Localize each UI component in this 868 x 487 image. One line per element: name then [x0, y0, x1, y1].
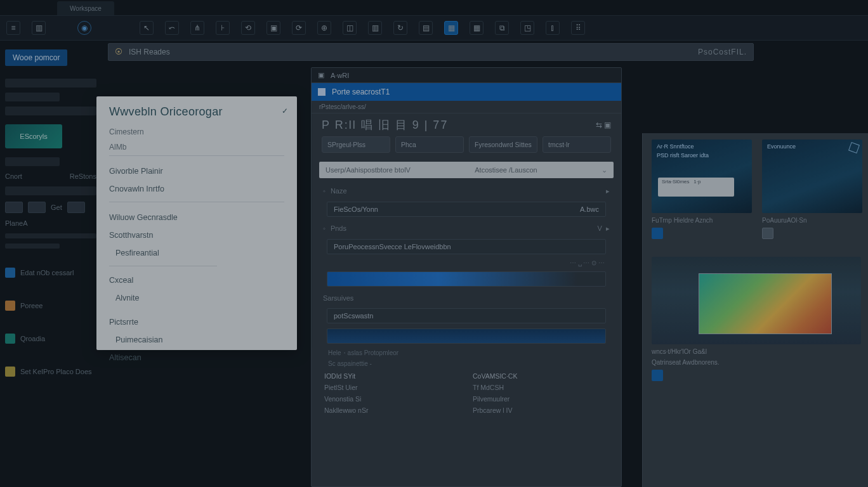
dialog-titlebar[interactable]: Porte seacrostT1 — [312, 83, 621, 101]
refresh-icon[interactable]: ⟳ — [292, 21, 306, 35]
app-tab[interactable]: Workspace — [57, 1, 114, 15]
dialog-tab[interactable]: ▣ — [318, 71, 324, 79]
addr-prefix-icon: ⦿ — [115, 48, 122, 56]
menu-icon[interactable]: ≡ — [6, 21, 20, 35]
square-icon — [5, 334, 15, 344]
settings-icon[interactable]: ⠿ — [571, 21, 585, 35]
grid-active-icon[interactable]: ▦ — [444, 21, 458, 35]
tile-icon — [28, 202, 46, 213]
sidebar-item[interactable]: Edat nOb cessarl — [5, 268, 96, 278]
col-heading: CoVAMSIC·CK — [473, 372, 608, 380]
text-field[interactable]: potScswastn — [327, 308, 606, 323]
text-field[interactable]: FieScOs/YonnA.bwc — [327, 202, 606, 217]
dropdown-item[interactable]: Alvnite — [109, 289, 284, 307]
preview-caption: wncs·t/Hkr'lOr Ga&l — [652, 348, 859, 355]
sidebar-item[interactable]: Qroadia — [5, 334, 96, 344]
record-icon[interactable]: ◉ — [77, 21, 91, 35]
col-value: Venonstia Si — [324, 395, 460, 403]
filter-pill[interactable]: Phca — [395, 136, 464, 153]
chevron-down-icon[interactable]: ⌄ — [602, 166, 607, 174]
dropdown-item[interactable]: Cxceal — [109, 271, 284, 289]
columns-icon[interactable]: ▥ — [368, 21, 382, 35]
preset-card[interactable]: EScoryls — [5, 124, 62, 148]
panel-icon[interactable]: ▥ — [32, 21, 46, 35]
dropdown-item[interactable]: Wiluow Gecnrasdle — [109, 209, 284, 226]
sidebar-item[interactable]: Set KeIPro Placo Does — [5, 367, 96, 377]
hint-text: ⋯ ␣ ⋯ ⊙ ⋯ — [328, 259, 605, 266]
sidebar-row[interactable]: CnortReStons — [5, 172, 96, 180]
dropdown-item[interactable]: Altisecan — [109, 349, 284, 367]
link-icon[interactable]: ⧉ — [495, 21, 509, 35]
check-icon: ✓ — [282, 107, 288, 115]
thumb-tag: Evonuunce — [767, 143, 796, 150]
filter-pill[interactable]: tmcst·lr — [542, 136, 611, 153]
dropdown-item[interactable]: Scotthvarstn — [109, 226, 284, 244]
section-label: Sarsuives — [312, 292, 621, 303]
dropdown-group: AlMb — [109, 143, 284, 152]
reload-icon[interactable]: ↻ — [393, 21, 407, 35]
toolstrip-toggle-icon[interactable]: ⇆ ▣ — [596, 120, 611, 129]
text-field[interactable]: PoruPeocessnSvecce LeFlovweidbbn — [327, 239, 606, 254]
dropdown-item[interactable]: Cnovawln Inrtfo — [109, 180, 284, 198]
section-label: ◦Naze▸ — [312, 185, 621, 197]
dropdown-item[interactable]: Givorble Plainir — [109, 162, 284, 180]
dialog-breadcrumb: rPstesc/arlve-ss/ — [312, 101, 621, 114]
stub-line — [5, 157, 60, 166]
thumb-note: Srta·Sl0mes 1·p — [658, 178, 734, 197]
sidebar-row[interactable]: Get — [5, 202, 96, 213]
corner-icon — [848, 142, 860, 153]
hint-text: Sc aspainettie - — [328, 360, 605, 367]
addr-right: PsoCostFIL. — [698, 48, 747, 56]
main-toolbar: ≡ ▥ ◉ ↖ ⤺ ⋔ ⊦ ⟲ ▣ ⟳ ⊕ ◫ ▥ ↻ ▤ ▦ ▦ ⧉ ◳ ⫿ … — [0, 15, 868, 41]
sidebar-item[interactable]: Poreee — [5, 301, 96, 311]
tool-a-icon[interactable]: ⋔ — [190, 21, 204, 35]
thumbnail[interactable]: Ar·R Snntftoce PSD risft Saroer idta Srt… — [652, 140, 752, 213]
cursor-icon[interactable]: ↖ — [140, 21, 154, 35]
filter-pill[interactable]: SPrgeul·Plss — [322, 136, 390, 153]
toolstrip-glyphs[interactable]: P R:ll 唱 旧 目 9 | 77 — [322, 117, 448, 133]
col-heading: IODId SYit — [324, 372, 460, 380]
undo-icon[interactable]: ⤺ — [165, 21, 179, 35]
square-icon — [5, 301, 15, 311]
tool-c-icon[interactable]: ⟲ — [241, 21, 255, 35]
zoom-icon[interactable]: ⊕ — [317, 21, 331, 35]
dialog-toolstrip: P R:ll 唱 旧 目 9 | 77 ⇆ ▣ — [312, 114, 621, 136]
square-icon — [5, 268, 15, 278]
gallery-panel: Ar·R Snntftoce PSD risft Saroer idta Srt… — [642, 133, 868, 487]
color-chip[interactable] — [762, 228, 773, 239]
crop-icon[interactable]: ◫ — [343, 21, 357, 35]
thumb-subtag: PSD risft Saroer idta — [657, 152, 709, 159]
chart-icon[interactable]: ⫿ — [546, 21, 560, 35]
left-sidebar: Wooe pomcor EScoryls CnortReStons Get Pl… — [0, 46, 102, 487]
stack-icon[interactable]: ▤ — [419, 21, 433, 35]
thumb-caption: PoAuuruAOl·Sn — [762, 217, 862, 224]
properties-dialog: ▣ A·wRI Porte seacrostT1 rPstesc/arlve-s… — [311, 67, 622, 487]
tool-b-icon[interactable]: ⊦ — [216, 21, 230, 35]
grid-icon[interactable]: ▦ — [470, 21, 483, 35]
dialog-tab-label[interactable]: A·wRI — [331, 72, 349, 79]
addr-text: ISH Reades — [129, 48, 170, 56]
address-bar[interactable]: ⦿ ISH Reades PsoCostFIL. — [108, 43, 754, 61]
context-dropdown: Wwvebln Oriceorogar ✓ Cimestern AlMb Giv… — [96, 96, 297, 350]
preview-subcaption: Qatrinseat Awdbnorens. — [652, 359, 859, 366]
shape-icon[interactable]: ◳ — [520, 21, 534, 35]
stub-line — [5, 233, 96, 238]
dialog-subbar[interactable]: Userp/Aahispostbtore btolVAtcostisee /La… — [319, 162, 614, 178]
preview-thumbnail[interactable] — [652, 257, 861, 344]
thumbnail[interactable]: Evonuunce — [762, 140, 862, 213]
progress-field[interactable] — [327, 271, 606, 287]
square-icon — [5, 367, 15, 377]
stub-line — [5, 244, 60, 249]
preview-window — [699, 273, 832, 334]
color-chip[interactable] — [652, 370, 663, 381]
frame-icon[interactable]: ▣ — [266, 21, 280, 35]
dropdown-item[interactable]: Pictsrrte — [109, 313, 284, 331]
filter-pill[interactable]: Fyresondwrd Sittes — [469, 136, 537, 153]
text-field[interactable] — [327, 328, 606, 344]
dropdown-item[interactable]: Puimecaisian — [109, 331, 284, 349]
stub-line — [5, 107, 96, 115]
dropdown-title: Wwvebln Oriceorogar — [109, 105, 284, 119]
dropdown-item[interactable]: Pesfireantial — [109, 244, 284, 262]
color-chip[interactable] — [652, 228, 663, 239]
col-value: Prbcarew l IV — [473, 406, 608, 414]
